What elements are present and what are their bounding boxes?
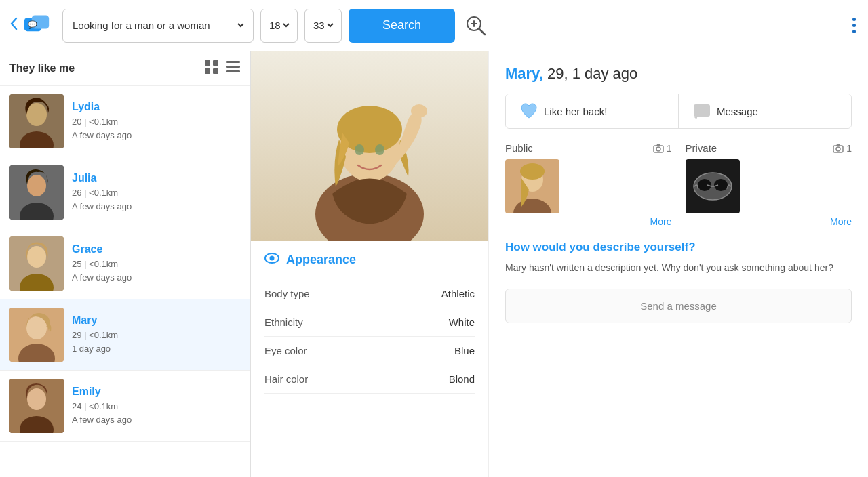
message-button[interactable]: Message bbox=[679, 94, 851, 128]
camera-icon-private bbox=[833, 144, 844, 153]
age-min-select[interactable]: 18 bbox=[267, 19, 292, 32]
back-button[interactable] bbox=[8, 16, 20, 35]
sidebar-title: They like me bbox=[9, 62, 75, 75]
action-buttons: Like her back! Message bbox=[505, 94, 852, 129]
svg-rect-12 bbox=[226, 66, 240, 68]
svg-point-50 bbox=[714, 179, 728, 191]
profile-item-lydia[interactable]: Lydia 20 | <0.1km A few days ago bbox=[0, 86, 250, 157]
svg-point-47 bbox=[836, 147, 840, 151]
search-button[interactable]: Search bbox=[349, 9, 455, 43]
hair-color-label: Hair color bbox=[264, 373, 308, 385]
ethnicity-value: White bbox=[449, 316, 475, 328]
svg-rect-10 bbox=[213, 68, 218, 74]
svg-point-36 bbox=[411, 104, 427, 118]
right-panel: Appearance Body type Athletic Ethnicity … bbox=[251, 51, 868, 477]
svg-point-41 bbox=[656, 147, 660, 151]
gender-filter-dropdown[interactable]: Looking for a man or a woman Looking for… bbox=[62, 9, 254, 43]
profile-item-grace[interactable]: Grace 25 | <0.1km A few days ago bbox=[0, 228, 250, 299]
public-count: 1 bbox=[653, 143, 672, 154]
avatar-lydia bbox=[9, 94, 64, 148]
svg-point-27 bbox=[27, 388, 46, 410]
desc-text: Mary hasn't written a description yet. W… bbox=[505, 261, 852, 275]
more-public-link[interactable]: More bbox=[505, 216, 672, 227]
body-type-row: Body type Athletic bbox=[264, 280, 475, 308]
profile-info-emily: Emily 24 | <0.1km A few days ago bbox=[72, 386, 241, 426]
svg-rect-9 bbox=[205, 68, 210, 74]
public-photos-group: Public 1 bbox=[505, 142, 672, 227]
profile-meta-emily: 24 | <0.1km A few days ago bbox=[72, 400, 241, 426]
avatar-mary bbox=[9, 308, 64, 362]
like-back-button[interactable]: Like her back! bbox=[506, 94, 679, 128]
profile-item-mary[interactable]: Mary 29 | <0.1km 1 day ago bbox=[0, 299, 250, 371]
eye-color-value: Blue bbox=[454, 345, 475, 356]
svg-point-34 bbox=[355, 144, 364, 155]
profile-name-mary: Mary bbox=[72, 314, 241, 327]
profile-item-emily[interactable]: Emily 24 | <0.1km A few days ago bbox=[0, 371, 250, 442]
appearance-header: Appearance bbox=[264, 252, 475, 268]
profile-item-julia[interactable]: Julia 26 | <0.1km A few days ago bbox=[0, 157, 250, 228]
private-count: 1 bbox=[833, 143, 852, 154]
svg-text:💬: 💬 bbox=[28, 19, 37, 28]
list-view-button[interactable] bbox=[226, 60, 241, 77]
profile-meta-lydia: 20 | <0.1km A few days ago bbox=[72, 115, 241, 142]
zoom-button[interactable] bbox=[462, 12, 490, 40]
svg-point-35 bbox=[375, 144, 384, 155]
appearance-section: Appearance Body type Athletic Ethnicity … bbox=[251, 241, 488, 477]
svg-point-45 bbox=[520, 163, 545, 180]
mask-icon bbox=[692, 169, 733, 203]
age-max-dropdown[interactable]: 33 bbox=[304, 9, 342, 43]
profile-meta-mary: 29 | <0.1km 1 day ago bbox=[72, 329, 241, 355]
avatar-emily bbox=[9, 379, 64, 433]
profile-name-julia: Julia bbox=[72, 172, 241, 184]
message-icon bbox=[692, 102, 711, 120]
private-label: Private bbox=[686, 142, 717, 154]
more-private-link[interactable]: More bbox=[686, 216, 852, 227]
private-photos-header: Private 1 bbox=[686, 142, 852, 154]
profile-detail-name: Mary, 29, 1 day ago bbox=[505, 65, 852, 83]
private-photo-thumb[interactable] bbox=[686, 159, 740, 213]
heart-icon bbox=[519, 102, 538, 120]
photos-row: Public 1 bbox=[505, 142, 852, 227]
header: 💬 Looking for a man or a woman Looking f… bbox=[0, 0, 868, 51]
eye-color-label: Eye color bbox=[264, 345, 307, 356]
gender-filter-select[interactable]: Looking for a man or a woman Looking for… bbox=[70, 19, 246, 32]
private-photos-group: Private 1 bbox=[686, 142, 852, 227]
age-min-dropdown[interactable]: 18 bbox=[260, 9, 298, 43]
profile-name-lydia: Lydia bbox=[72, 101, 241, 113]
profile-photo-area: Appearance Body type Athletic Ethnicity … bbox=[251, 51, 488, 477]
avatar-julia bbox=[9, 165, 64, 220]
profile-info-lydia: Lydia 20 | <0.1km A few days ago bbox=[72, 101, 241, 142]
public-photo-thumb[interactable] bbox=[505, 159, 559, 213]
svg-point-15 bbox=[26, 103, 47, 126]
body-type-label: Body type bbox=[264, 288, 310, 299]
public-label: Public bbox=[505, 142, 533, 154]
sidebar-header: They like me bbox=[0, 51, 250, 86]
eye-color-row: Eye color Blue bbox=[264, 337, 475, 365]
grid-view-button[interactable] bbox=[204, 60, 219, 77]
age-max-select[interactable]: 33 bbox=[311, 19, 336, 32]
profile-info-julia: Julia 26 | <0.1km A few days ago bbox=[72, 172, 241, 213]
menu-button[interactable] bbox=[848, 14, 860, 37]
body-type-value: Athletic bbox=[441, 288, 475, 299]
profile-info-grace: Grace 25 | <0.1km A few days ago bbox=[72, 243, 241, 284]
profile-detail: Mary, 29, 1 day ago Like her back! Messa… bbox=[488, 51, 868, 477]
hair-color-value: Blond bbox=[449, 373, 475, 385]
profile-meta-julia: 26 | <0.1km A few days ago bbox=[72, 186, 241, 213]
svg-rect-11 bbox=[226, 61, 240, 63]
logo-area: 💬 bbox=[8, 14, 50, 38]
main-layout: They like me bbox=[0, 51, 868, 477]
appearance-title: Appearance bbox=[286, 253, 356, 267]
profile-name-grace: Grace bbox=[72, 243, 241, 255]
description-section: How would you describe yourself? Mary ha… bbox=[505, 241, 852, 275]
app-logo: 💬 bbox=[23, 14, 50, 38]
svg-rect-7 bbox=[205, 60, 210, 66]
view-toggle bbox=[204, 60, 241, 77]
svg-point-38 bbox=[270, 256, 275, 261]
sidebar: They like me bbox=[0, 51, 251, 477]
send-message-input[interactable]: Send a message bbox=[505, 289, 852, 323]
svg-rect-13 bbox=[226, 70, 240, 72]
profile-name-link[interactable]: Mary, bbox=[505, 65, 543, 82]
profile-meta-grace: 25 | <0.1km A few days ago bbox=[72, 257, 241, 284]
desc-question: How would you describe yourself? bbox=[505, 241, 852, 254]
main-photo bbox=[251, 51, 488, 241]
